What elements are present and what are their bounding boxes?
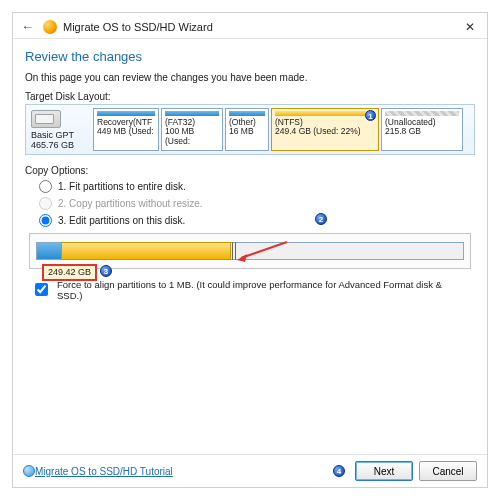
option-noresize-label: 2. Copy partitions without resize. [58, 198, 203, 209]
partition-sub: 16 MB [229, 127, 265, 136]
page-description: On this page you can review the changes … [25, 72, 475, 83]
tutorial-link[interactable]: Migrate OS to SSD/HD Tutorial [35, 466, 173, 477]
partition-editor: 249.42 GB 3 [29, 233, 471, 269]
option-noresize: 2. Copy partitions without resize. [25, 195, 475, 212]
partition-ntfs[interactable]: (NTFS) 249.4 GB (Used: 22%) 1 [271, 108, 379, 151]
partition-recovery[interactable]: Recovery(NTF 449 MB (Used: [93, 108, 159, 151]
option-edit-radio[interactable] [39, 214, 52, 227]
partition-sub: 249.4 GB (Used: 22%) [275, 127, 375, 136]
strip-seg-selected[interactable] [61, 242, 231, 260]
target-disk-label: Target Disk Layout: [25, 91, 475, 102]
option-noresize-radio [39, 197, 52, 210]
disk-size: 465.76 GB [31, 140, 89, 150]
partition-sub: 449 MB (Used: [97, 127, 155, 136]
copy-options: Copy Options: 1. Fit partitions to entir… [25, 165, 475, 301]
footer: Migrate OS to SSD/HD Tutorial 4 Next Can… [13, 454, 487, 487]
callout-badge-4: 4 [333, 465, 345, 477]
cancel-button[interactable]: Cancel [419, 461, 477, 481]
option-fit-label: 1. Fit partitions to entire disk. [58, 181, 186, 192]
target-disk-layout: Basic GPT 465.76 GB Recovery(NTF 449 MB … [25, 104, 475, 155]
info-icon [23, 465, 35, 477]
callout-badge-2: 2 [315, 213, 327, 225]
partition-sub: 100 MB (Used: [165, 127, 219, 146]
callout-badge-3: 3 [100, 265, 112, 277]
size-chip: 249.42 GB 3 [42, 264, 97, 281]
partition-other[interactable]: (Other) 16 MB [225, 108, 269, 151]
svg-line-0 [241, 242, 287, 258]
arrow-icon [235, 240, 290, 262]
partition-fat32[interactable]: (FAT32) 100 MB (Used: [161, 108, 223, 151]
page-heading: Review the changes [25, 49, 475, 64]
size-value: 249.42 GB [48, 267, 91, 277]
titlebar: ← Migrate OS to SSD/HD Wizard ✕ [13, 13, 487, 39]
copy-options-label: Copy Options: [25, 165, 475, 176]
option-fit-radio[interactable] [39, 180, 52, 193]
force-align-label: Force to align partitions to 1 MB. (It c… [57, 279, 469, 301]
disk-info: Basic GPT 465.76 GB [29, 108, 91, 151]
next-button[interactable]: Next [355, 461, 413, 481]
disk-type: Basic GPT [31, 130, 89, 140]
back-icon[interactable]: ← [21, 19, 37, 34]
close-icon[interactable]: ✕ [461, 20, 479, 34]
wizard-dialog: ← Migrate OS to SSD/HD Wizard ✕ Review t… [12, 12, 488, 488]
strip-seg[interactable] [37, 243, 47, 259]
disk-icon [31, 110, 61, 128]
dialog-body: Review the changes On this page you can … [13, 39, 487, 301]
svg-marker-1 [237, 254, 247, 262]
callout-badge-1: 1 [365, 110, 376, 121]
app-icon [43, 20, 57, 34]
option-fit[interactable]: 1. Fit partitions to entire disk. [25, 178, 475, 195]
option-edit[interactable]: 3. Edit partitions on this disk. 2 [25, 212, 475, 229]
option-edit-label: 3. Edit partitions on this disk. [58, 215, 185, 226]
strip-seg[interactable] [47, 243, 55, 259]
force-align-checkbox[interactable] [35, 283, 48, 296]
partition-unallocated[interactable]: (Unallocated) 215.8 GB [381, 108, 463, 151]
partition-sub: 215.8 GB [385, 127, 459, 136]
window-title: Migrate OS to SSD/HD Wizard [63, 21, 213, 33]
force-align[interactable]: Force to align partitions to 1 MB. (It c… [31, 279, 469, 301]
